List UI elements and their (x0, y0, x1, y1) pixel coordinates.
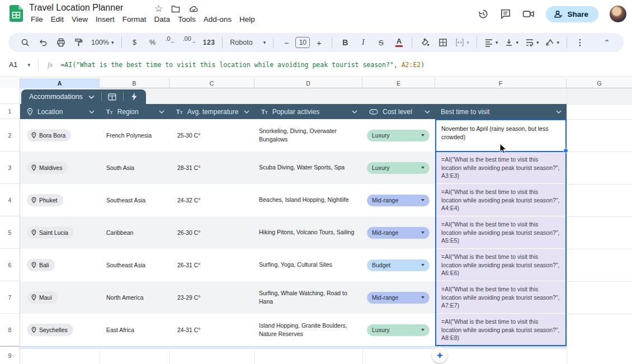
format-percent-button[interactable]: % (147, 35, 158, 50)
cell-activities[interactable]: Snorkeling, Diving, Overwater Bungalows (254, 119, 362, 152)
row-header-8[interactable]: 8 (0, 314, 20, 346)
cell-temperature[interactable]: 26-31 C° (169, 249, 254, 281)
italic-button[interactable]: I (357, 35, 369, 50)
cell-activities[interactable]: Beaches, Island Hopping, Nightlife (254, 184, 362, 216)
header-region[interactable]: TT Region (100, 104, 169, 119)
table-view-icon[interactable] (103, 89, 122, 104)
cost-dropdown[interactable]: Luxury (367, 324, 430, 336)
menu-addons[interactable]: Add-ons (200, 14, 235, 25)
format-currency-button[interactable]: $ (129, 35, 140, 50)
location-chip[interactable]: Saint Lucia (27, 226, 74, 239)
cell-temperature[interactable]: 24-31 C° (169, 314, 254, 346)
cell-location[interactable]: Seychelles (20, 314, 100, 346)
bold-button[interactable]: B (339, 35, 351, 50)
row-header-3[interactable]: 3 (0, 152, 20, 184)
name-box[interactable]: A1 ▾ (0, 61, 35, 69)
menu-tools[interactable]: Tools (174, 14, 200, 25)
chevron-down-icon[interactable] (556, 110, 562, 114)
decrease-decimals-button[interactable]: .0 ← (165, 35, 176, 50)
cell-region[interactable]: Southeast Asia (100, 184, 169, 216)
row-header-spacer[interactable] (0, 88, 20, 104)
menu-insert[interactable]: Insert (92, 14, 119, 25)
vertical-align-button[interactable]: ▾ (504, 35, 518, 50)
cell-activities[interactable]: Scuba Diving, Water Sports, Spa (254, 152, 362, 184)
cell-location[interactable]: Maui (20, 281, 100, 314)
zoom-select[interactable]: 100% ▾ (91, 35, 114, 50)
menu-edit[interactable]: Edit (47, 14, 68, 25)
more-formats-button[interactable]: 123 (203, 35, 215, 50)
row-header-6[interactable]: 6 (0, 249, 20, 281)
cost-dropdown[interactable]: Mid-range (367, 227, 430, 239)
column-header-g[interactable]: G (567, 78, 632, 88)
row-header-2[interactable]: 2 (0, 119, 20, 152)
print-icon[interactable] (55, 35, 67, 50)
column-header-a[interactable]: A (20, 78, 100, 88)
column-header-f[interactable]: F (435, 78, 567, 88)
select-all-corner[interactable] (0, 78, 20, 88)
increase-font-size-button[interactable]: + (313, 35, 324, 50)
cell-temperature[interactable]: 23-29 C° (169, 281, 254, 314)
collapse-toolbar-icon[interactable]: ⌃ (601, 35, 612, 50)
cell-region[interactable]: South Asia (100, 152, 169, 184)
cost-dropdown[interactable]: Mid-range (367, 195, 430, 206)
undo-icon[interactable] (37, 35, 49, 50)
location-chip[interactable]: Phuket (27, 194, 63, 206)
cell-region[interactable]: North America (100, 281, 169, 314)
text-rotation-button[interactable]: ▾ (545, 35, 559, 50)
row-header-4[interactable]: 4 (0, 184, 20, 216)
document-title[interactable]: Travel Location Planner (29, 3, 123, 13)
cell-activities[interactable]: Surfing, Yoga, Cultural Sites (254, 249, 362, 281)
cell-cost-level[interactable]: Mid-range (362, 216, 435, 249)
font-select[interactable]: Roboto ▾ (230, 35, 266, 50)
row-header-1[interactable]: 1 (0, 104, 20, 119)
comments-icon[interactable] (500, 8, 511, 20)
cell-best-time[interactable]: November to April (rainy season, but les… (435, 119, 567, 152)
fill-handle[interactable] (563, 148, 568, 153)
cell-activities[interactable]: Surfing, Whale Watching, Road to Hana (254, 281, 362, 314)
cost-dropdown[interactable]: Luxury (367, 162, 430, 174)
cell-temperature[interactable]: 26-30 C° (169, 216, 254, 249)
cell-location[interactable]: Maldives (20, 152, 100, 184)
search-icon[interactable] (20, 35, 31, 50)
star-icon[interactable]: ☆ (154, 3, 163, 15)
user-avatar[interactable] (610, 6, 626, 22)
cell-cost-level[interactable]: Mid-range (362, 281, 435, 314)
version-history-icon[interactable] (478, 8, 489, 20)
cell-location[interactable]: Bali (20, 249, 100, 281)
horizontal-align-button[interactable]: ▾ (484, 35, 498, 50)
cell-region[interactable]: Caribbean (100, 216, 169, 249)
merge-cells-button[interactable]: ▾ (455, 35, 469, 50)
table-name-chip[interactable]: Accommodations (21, 89, 146, 104)
header-avg-temperature[interactable]: TT Avg. temperature (169, 104, 254, 119)
cell-cost-level[interactable]: Luxury (362, 152, 435, 184)
lightning-bolt-icon[interactable] (125, 89, 144, 104)
cell-activities[interactable]: Island Hopping, Granite Boulders, Nature… (254, 314, 362, 346)
column-header-c[interactable]: C (169, 78, 254, 88)
location-chip[interactable]: Bora Bora (27, 129, 71, 141)
menu-format[interactable]: Format (119, 14, 150, 25)
cell-temperature[interactable]: 28-31 C° (169, 152, 254, 184)
font-size-input[interactable]: 10 (295, 37, 310, 48)
text-wrap-button[interactable]: ▾ (525, 35, 539, 50)
column-header-d[interactable]: D (254, 78, 362, 88)
chevron-down-icon[interactable] (88, 95, 95, 99)
fill-color-icon[interactable] (419, 35, 431, 50)
cell-best-time-formula[interactable]: =AI("What is the best time to visit this… (435, 184, 567, 216)
location-chip[interactable]: Bali (27, 259, 55, 271)
location-chip[interactable]: Maldives (27, 162, 68, 174)
cell-best-time-formula[interactable]: =AI("What is the best time to visit this… (435, 314, 567, 346)
header-cost-level[interactable]: Cost level (362, 104, 435, 119)
chevron-down-icon[interactable] (159, 110, 164, 114)
header-best-time-to-visit[interactable]: Best time to visit (435, 104, 567, 119)
text-color-button[interactable]: A (393, 35, 404, 50)
row-header-7[interactable]: 7 (0, 281, 20, 314)
cell-cost-level[interactable]: Luxury (362, 314, 435, 346)
cell-cost-level[interactable]: Budget (362, 249, 435, 281)
cell-location[interactable]: Bora Bora (20, 119, 100, 152)
strikethrough-button[interactable]: S (375, 35, 386, 50)
location-chip[interactable]: Seychelles (27, 324, 73, 336)
sheets-logo-icon[interactable] (10, 5, 23, 22)
menu-help[interactable]: Help (235, 14, 259, 25)
column-header-e[interactable]: E (362, 78, 435, 88)
video-call-icon[interactable] (522, 8, 535, 20)
